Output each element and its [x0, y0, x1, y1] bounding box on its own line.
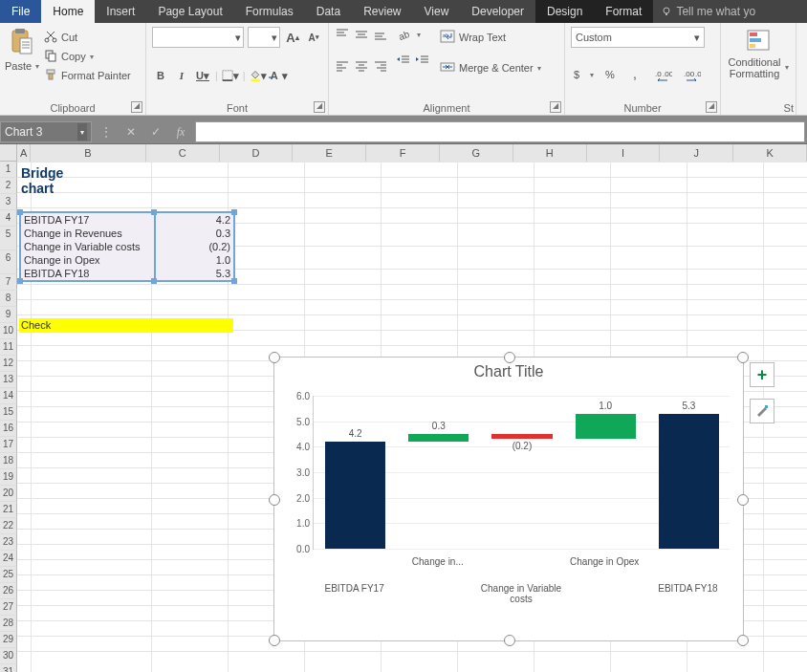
row-header[interactable]: 25	[0, 567, 17, 583]
row-header[interactable]: 28	[0, 616, 17, 632]
dialog-launcher-font[interactable]: ◢	[314, 101, 325, 113]
row-header[interactable]: 14	[0, 388, 17, 404]
insert-function-button[interactable]: fx	[168, 120, 193, 143]
row-header[interactable]: 2	[0, 178, 17, 194]
tell-me-search[interactable]: Tell me what yo	[653, 0, 755, 23]
row-header[interactable]: 15	[0, 404, 17, 421]
align-right-button[interactable]	[373, 59, 388, 73]
table-row[interactable]: EBITDA FY18 5.3	[21, 267, 233, 280]
align-center-button[interactable]	[354, 59, 369, 73]
tab-review[interactable]: Review	[352, 0, 412, 23]
row-header[interactable]: 31	[0, 664, 17, 672]
decrease-font-button[interactable]: A▾	[305, 29, 322, 46]
tab-view[interactable]: View	[413, 0, 461, 23]
row-header[interactable]: 20	[0, 486, 17, 502]
align-bottom-button[interactable]	[373, 27, 388, 40]
dialog-launcher-alignment[interactable]: ◢	[550, 101, 561, 113]
worksheet[interactable]: ABCDEFGHIJK 1234567891011121314151617181…	[0, 144, 807, 672]
select-all-corner[interactable]	[0, 144, 17, 162]
column-header[interactable]: J	[660, 144, 733, 162]
tab-design[interactable]: Design	[535, 0, 594, 23]
cut-button[interactable]: Cut	[42, 29, 133, 46]
row-header[interactable]: 22	[0, 518, 17, 534]
conditional-formatting-button[interactable]: ConditionalFormatting▾	[726, 55, 790, 80]
column-header[interactable]: A	[17, 144, 31, 162]
bold-button[interactable]: B	[152, 67, 169, 84]
chart-elements-button[interactable]: +	[750, 362, 774, 387]
column-header[interactable]: F	[366, 144, 440, 162]
row-header[interactable]: 4	[0, 210, 17, 227]
tab-format[interactable]: Format	[594, 0, 653, 23]
dialog-launcher-number[interactable]: ◢	[706, 101, 717, 113]
cancel-formula-button[interactable]: ✕	[119, 120, 143, 143]
borders-button[interactable]: ▾	[222, 67, 239, 84]
wrap-text-button[interactable]: ab Wrap Text	[438, 29, 543, 46]
row-header[interactable]: 9	[0, 307, 17, 323]
orientation-button[interactable]: ab▾	[396, 27, 430, 42]
column-header[interactable]: C	[146, 144, 220, 162]
paste-button[interactable]: Paste▾	[3, 59, 41, 73]
table-row[interactable]: Change in Opex 1.0	[21, 253, 233, 267]
merge-center-button[interactable]: Merge & Center▾	[438, 59, 543, 76]
column-header[interactable]: E	[293, 144, 366, 162]
copy-button[interactable]: Copy▾	[42, 48, 133, 65]
paste-icon[interactable]	[10, 27, 34, 57]
decrease-decimal-button[interactable]: .00.0	[682, 67, 703, 82]
row-header[interactable]: 1	[0, 162, 17, 178]
row-header[interactable]: 13	[0, 372, 17, 388]
align-top-button[interactable]	[335, 27, 350, 40]
row-header[interactable]: 19	[0, 469, 17, 486]
row-header[interactable]: 10	[0, 323, 17, 339]
font-size-combo[interactable]: ▾	[248, 27, 280, 48]
row-header[interactable]: 3	[0, 194, 17, 210]
chart-object[interactable]: Chart Title 0.01.02.03.04.05.06.04.20.3(…	[273, 357, 744, 641]
row-header[interactable]: 6	[0, 250, 17, 274]
row-header[interactable]: 8	[0, 291, 17, 307]
chart-bar[interactable]	[491, 434, 552, 439]
row-header[interactable]: 12	[0, 356, 17, 372]
conditional-formatting-icon[interactable]	[746, 29, 771, 54]
column-header[interactable]: I	[587, 144, 661, 162]
chart-bar[interactable]	[408, 434, 469, 442]
tab-home[interactable]: Home	[41, 0, 95, 23]
tab-insert[interactable]: Insert	[95, 0, 146, 23]
chart-bar[interactable]	[659, 414, 719, 549]
source-data-table[interactable]: EBITDA FY17 4.2 Change in Revenues 0.3 C…	[19, 211, 235, 282]
percent-format-button[interactable]: %	[603, 67, 621, 82]
accounting-format-button[interactable]: $▾	[571, 67, 596, 82]
increase-font-button[interactable]: A▴	[284, 29, 301, 46]
table-row[interactable]: Change in Revenues 0.3	[21, 227, 233, 240]
dialog-launcher-clipboard[interactable]: ◢	[131, 101, 142, 113]
comma-format-button[interactable]: ,	[628, 67, 645, 82]
row-header[interactable]: 16	[0, 421, 17, 437]
row-header[interactable]: 29	[0, 632, 17, 648]
row-header[interactable]: 24	[0, 551, 17, 567]
tab-developer[interactable]: Developer	[460, 0, 535, 23]
row-header[interactable]: 23	[0, 534, 17, 551]
chart-plot-area[interactable]: 0.01.02.03.04.05.06.04.20.3(0.2)1.05.3	[313, 396, 730, 550]
decrease-indent-button[interactable]	[396, 54, 411, 67]
increase-indent-button[interactable]	[415, 54, 430, 67]
tab-file[interactable]: File	[0, 0, 41, 23]
number-format-combo[interactable]: Custom▾	[571, 27, 705, 48]
formula-input[interactable]	[195, 121, 805, 142]
tab-formulas[interactable]: Formulas	[234, 0, 305, 23]
row-header[interactable]: 5	[0, 227, 17, 250]
check-cell[interactable]: Check	[19, 318, 233, 333]
name-box[interactable]: Chart 3▾	[0, 121, 92, 142]
font-name-combo[interactable]: ▾	[152, 27, 244, 48]
table-row[interactable]: EBITDA FY17 4.2	[21, 213, 233, 227]
align-middle-button[interactable]	[354, 27, 369, 40]
format-painter-button[interactable]: Format Painter	[42, 67, 133, 84]
column-header[interactable]: H	[513, 144, 587, 162]
tab-page-layout[interactable]: Page Layout	[146, 0, 233, 23]
chart-styles-button[interactable]	[750, 399, 774, 423]
row-header[interactable]: 17	[0, 437, 17, 453]
chart-bar[interactable]	[325, 442, 385, 549]
column-header[interactable]: G	[440, 144, 513, 162]
column-header[interactable]: B	[31, 144, 145, 162]
tab-data[interactable]: Data	[305, 0, 352, 23]
column-header[interactable]: D	[220, 144, 294, 162]
underline-button[interactable]: U▾	[194, 67, 211, 84]
row-header[interactable]: 26	[0, 583, 17, 599]
